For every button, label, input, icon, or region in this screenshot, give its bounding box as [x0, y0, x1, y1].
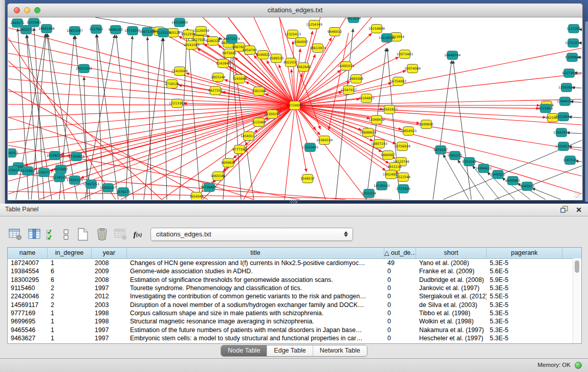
- graph-node[interactable]: 7515523: [156, 29, 170, 37]
- graph-node[interactable]: 1351534: [362, 189, 376, 198]
- table-row[interactable]: 1456911722003Disruption of a novel membe…: [8, 300, 581, 309]
- table-mode-icon[interactable]: [8, 227, 23, 242]
- graph-node[interactable]: 19654923: [400, 127, 417, 136]
- vertical-scrollbar[interactable]: [573, 258, 581, 343]
- graph-node[interactable]: 11254349: [306, 20, 322, 29]
- delete-column-icon[interactable]: [95, 227, 109, 242]
- graph-node[interactable]: 1678275: [116, 188, 130, 196]
- graph-node[interactable]: 9975887: [54, 165, 68, 174]
- graph-node[interactable]: 1167535: [563, 156, 577, 165]
- graph-node[interactable]: 9242848: [216, 59, 230, 68]
- graph-node[interactable]: 12213383: [169, 99, 185, 108]
- graph-node[interactable]: 20206536: [47, 151, 63, 160]
- graph-node[interactable]: 10719195: [124, 27, 141, 35]
- table-row[interactable]: 1938455462009Genome-wide association stu…: [8, 267, 581, 275]
- graph-node[interactable]: 9381564: [252, 87, 266, 96]
- table-row[interactable]: 2242004622012Investigating the contribut…: [8, 292, 581, 300]
- graph-node[interactable]: 10653287: [67, 27, 83, 35]
- graph-node[interactable]: 9884067: [381, 151, 395, 160]
- select-columns-icon[interactable]: [46, 227, 56, 242]
- graph-node[interactable]: 16033809: [171, 18, 188, 27]
- graph-node[interactable]: 9146821: [256, 51, 270, 59]
- network-graph[interactable]: 1830029593815647245640924284828031449427…: [8, 17, 582, 200]
- column-header-in_degree[interactable]: in_degree: [48, 248, 92, 258]
- graph-node[interactable]: 10154808: [368, 25, 385, 33]
- graph-node[interactable]: 12142757: [36, 168, 52, 177]
- graph-node[interactable]: 3915911: [8, 166, 19, 175]
- graph-node[interactable]: 9351542: [462, 158, 476, 166]
- graph-node[interactable]: 9716485: [202, 183, 216, 192]
- zoom-window-button[interactable]: [34, 7, 40, 13]
- graph-node[interactable]: 12444194: [557, 97, 573, 106]
- graph-node[interactable]: 17957253: [83, 180, 99, 189]
- column-header-title[interactable]: title: [127, 248, 384, 258]
- graph-node[interactable]: 10973483: [397, 50, 413, 59]
- table-row[interactable]: 977716911998Corpus callosum shape and si…: [8, 309, 581, 317]
- graph-node[interactable]: 1115683: [20, 167, 35, 176]
- column-header-name[interactable]: name: [8, 248, 48, 258]
- graph-node[interactable]: 12093822: [558, 83, 575, 92]
- graph-node[interactable]: 9227343: [562, 69, 576, 78]
- graph-node[interactable]: 1548537: [300, 174, 315, 183]
- graph-node[interactable]: 6466160: [108, 26, 123, 34]
- column-header-year[interactable]: year: [92, 248, 127, 258]
- graph-node[interactable]: 9875685: [222, 49, 236, 58]
- graph-node[interactable]: 1405572: [19, 26, 33, 34]
- graph-node[interactable]: 16104827: [358, 94, 375, 103]
- tab-edge-table[interactable]: Edge Table: [267, 345, 312, 356]
- graph-node[interactable]: 9245023: [520, 182, 534, 191]
- graph-node[interactable]: 1815132: [387, 163, 402, 171]
- graph-node[interactable]: 1111305: [567, 25, 581, 33]
- graph-node[interactable]: 8186328: [206, 37, 220, 46]
- network-canvas[interactable]: 1830029593815647245640924284828031449427…: [8, 17, 582, 200]
- graph-node[interactable]: 6879197: [433, 146, 448, 155]
- graph-node[interactable]: 9646910: [328, 28, 342, 36]
- close-panel-icon[interactable]: ✕: [576, 205, 582, 215]
- tab-network-table[interactable]: Network Table: [313, 345, 367, 356]
- graph-node[interactable]: 13505135: [67, 176, 83, 185]
- close-window-button[interactable]: [14, 7, 20, 13]
- table-row[interactable]: 911546021997Tourette syndrome. Phenomeno…: [8, 284, 581, 292]
- graph-node[interactable]: 7245640: [232, 75, 247, 83]
- graph-node[interactable]: 1134519: [52, 173, 67, 182]
- create-column-icon[interactable]: [76, 227, 90, 242]
- function-builder-icon[interactable]: f(x): [133, 227, 143, 242]
- graph-node[interactable]: 8215953: [538, 104, 553, 113]
- graph-node[interactable]: 1527602: [89, 25, 103, 34]
- table-row[interactable]: 1830029562008Estimation of significance …: [8, 276, 581, 284]
- graph-node[interactable]: 1699695: [419, 120, 433, 129]
- graph-node[interactable]: 9115460: [252, 118, 266, 127]
- graph-node[interactable]: 9245022: [491, 170, 505, 179]
- graph-node[interactable]: 8454749: [243, 46, 257, 55]
- graph-node[interactable]: 17016534: [555, 142, 572, 151]
- graph-node[interactable]: 17359928: [68, 152, 84, 161]
- column-header-out_degree[interactable]: △ out_de…: [384, 248, 416, 258]
- column-header-pagerank[interactable]: pagerank: [487, 248, 562, 258]
- graph-node[interactable]: 2616053: [8, 149, 18, 158]
- float-panel-icon[interactable]: [560, 206, 569, 214]
- graph-node[interactable]: 2803144: [211, 73, 225, 82]
- graph-node[interactable]: 20691406: [38, 25, 55, 33]
- graph-node[interactable]: 13153445: [302, 143, 318, 152]
- row-height-icon[interactable]: [61, 227, 71, 242]
- table-row[interactable]: 1872400712008Changes of HCN gene express…: [8, 259, 581, 267]
- graph-node[interactable]: 1699463: [506, 177, 520, 185]
- graph-node[interactable]: 16648784: [444, 51, 461, 60]
- graph-node[interactable]: 19756928: [394, 142, 410, 151]
- graph-node[interactable]: 1733426: [396, 185, 410, 193]
- graph-node[interactable]: 1362640: [296, 63, 311, 72]
- minimize-window-button[interactable]: [24, 7, 30, 13]
- graph-node[interactable]: 2522544: [396, 173, 410, 182]
- window-titlebar[interactable]: citations_edges.txt: [8, 4, 582, 17]
- graph-node[interactable]: 9777169: [232, 145, 247, 154]
- graph-node[interactable]: 9427552: [208, 86, 223, 95]
- table-row[interactable]: 946362711997Embryonic stem cells: a mode…: [8, 334, 581, 342]
- window-resize-grip-icon[interactable]: [574, 191, 581, 199]
- table-row[interactable]: 946554611997Estimation of the future num…: [8, 325, 581, 334]
- graph-node[interactable]: 14569117: [241, 132, 257, 141]
- graph-node[interactable]: 10974084: [404, 64, 421, 73]
- graph-node[interactable]: 2718126: [165, 80, 179, 89]
- graph-node[interactable]: 14136141: [374, 182, 390, 190]
- scrollbar-thumb[interactable]: [575, 260, 579, 273]
- graph-node[interactable]: 9391250: [448, 151, 462, 160]
